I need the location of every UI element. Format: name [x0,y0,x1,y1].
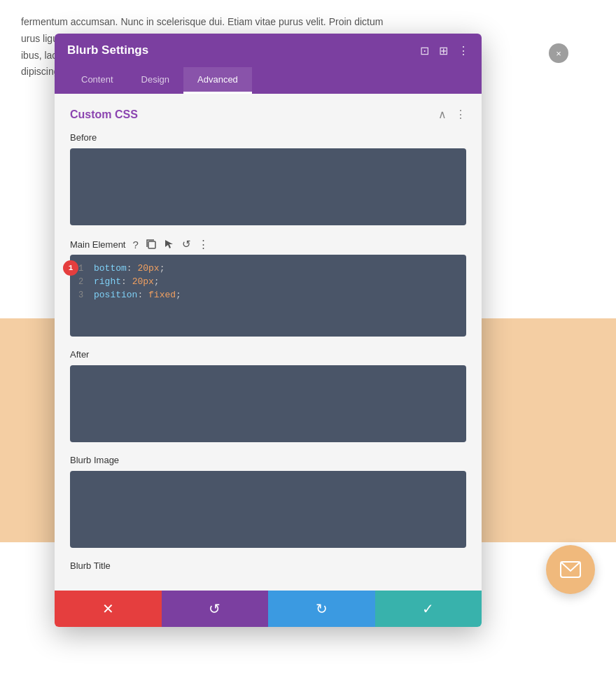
panel-header: Blurb Settings ⊡ ⊞ ⋮ [55,34,482,67]
blurb-title-label: Blurb Title [70,560,466,571]
svg-rect-1 [148,241,155,248]
main-element-editor[interactable]: 1 1 bottom : 20px ; 2 right : 20px ; 3 p… [70,255,466,337]
section-header: Custom CSS ∧ ⋮ [70,108,466,121]
main-more-icon[interactable]: ⋮ [198,238,209,250]
panel-title: Blurb Settings [67,43,148,57]
tab-advanced[interactable]: Advanced [183,67,252,94]
more-icon[interactable]: ⋮ [458,44,469,57]
main-element-bar: Main Element ? ↺ ⋮ [70,238,466,250]
help-icon[interactable]: ? [132,239,138,250]
copy-icon[interactable] [146,239,157,250]
blurb-image-editor[interactable] [70,471,466,548]
code-line-3: 3 position : fixed ; [78,288,458,302]
maximize-icon[interactable]: ⊡ [420,44,429,57]
blurb-settings-panel: Blurb Settings ⊡ ⊞ ⋮ Content Design Adva… [55,34,482,627]
cancel-button[interactable]: ✕ [55,591,162,627]
tab-design[interactable]: Design [127,67,183,94]
before-label: Before [70,132,466,143]
code-line-1: 1 bottom : 20px ; [78,262,458,275]
cursor-icon[interactable] [164,239,175,250]
redo-button[interactable]: ↻ [268,591,375,627]
section-more-icon[interactable]: ⋮ [455,108,466,121]
blurb-image-label: Blurb Image [70,455,466,465]
panel-footer: ✕ ↺ ↻ ✓ [55,591,482,627]
before-editor[interactable] [70,148,466,225]
undo-icon[interactable]: ↺ [182,238,191,250]
panel-header-icons: ⊡ ⊞ ⋮ [420,44,469,57]
tab-content[interactable]: Content [67,67,127,94]
code-line-2: 2 right : 20px ; [78,275,458,288]
floating-email-button[interactable] [546,545,595,594]
main-element-label: Main Element [70,239,125,250]
section-collapse-icon[interactable]: ∧ [438,108,447,121]
section-title: Custom CSS [70,108,138,121]
split-icon[interactable]: ⊞ [439,44,448,57]
save-button[interactable]: ✓ [375,591,482,627]
svg-marker-2 [165,240,173,248]
line-badge: 1 [63,260,78,276]
undo-button[interactable]: ↺ [162,591,269,627]
after-editor[interactable] [70,365,466,442]
panel-close-external[interactable]: × [549,43,568,63]
section-actions: ∧ ⋮ [438,108,466,121]
panel-tabs: Content Design Advanced [55,67,482,94]
after-label: After [70,349,466,360]
panel-body: Custom CSS ∧ ⋮ Before Main Element ? [55,94,482,591]
